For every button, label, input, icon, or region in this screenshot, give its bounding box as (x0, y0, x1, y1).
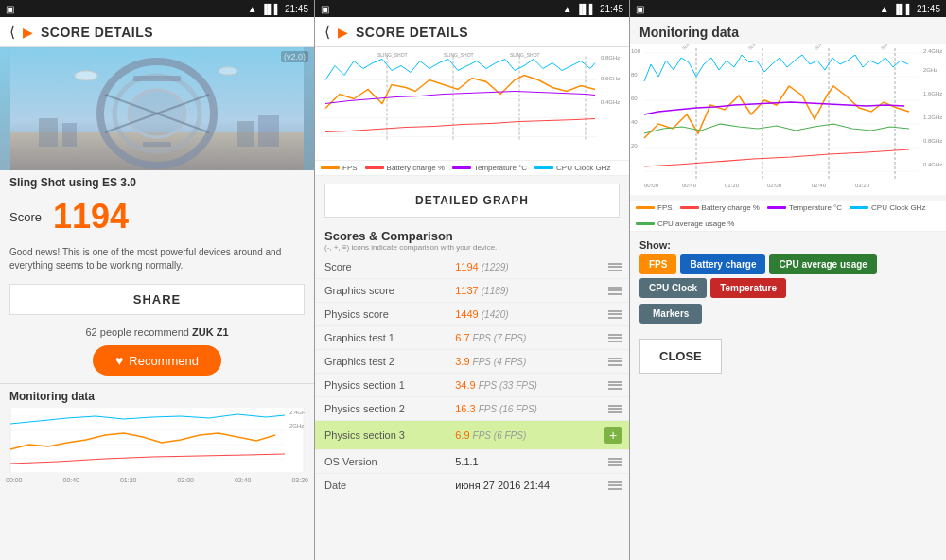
detailed-graph-button[interactable]: DETAILED GRAPH (324, 184, 620, 218)
bar-lines-icon (604, 458, 622, 466)
chart-legend-p3: FPS Battery charge % Temperature °C CPU … (630, 201, 946, 232)
toggle-battery[interactable]: Battery charge (680, 254, 765, 274)
score-value: 1194 (53, 197, 129, 236)
row-value: 16.3 FPS (16 FPS) (446, 397, 595, 421)
row-action (595, 303, 629, 326)
svg-text:1.2GHz: 1.2GHz (923, 114, 942, 120)
status-bar-right-3: ▲ ▐▌▌ 21:45 (880, 4, 940, 14)
row-action (595, 326, 629, 350)
panel-score-details-2: ▣ ▲ ▐▌▌ 21:45 ⟨ ▶ SCORE DETAILS 0.8GHz 0… (315, 0, 630, 560)
svg-text:02:40: 02:40 (812, 183, 827, 188)
score-description: Good news! This is one of the most power… (0, 242, 314, 280)
mini-chart-svg-p1: 2.4GHz 2GHz (9, 407, 305, 473)
toggle-markers[interactable]: Markers (639, 304, 702, 324)
header-2: ⟨ ▶ SCORE DETAILS (315, 17, 629, 47)
bar-lines-icon (604, 381, 622, 390)
svg-text:20: 20 (631, 143, 638, 149)
scores-table: Score1194 (1229)Graphics score1137 (1189… (315, 255, 629, 497)
legend-label-cpu: CPU Clock GHz (556, 164, 610, 172)
row-value: 3.9 FPS (4 FPS) (446, 350, 595, 374)
row-value: июня 27 2016 21:44 (446, 474, 595, 498)
header-1: ⟨ ▶ SCORE DETAILS (0, 17, 314, 47)
wifi-icon-3: ▲ (880, 4, 889, 14)
svg-rect-5 (133, 76, 181, 81)
status-bar-left-3: ▣ (636, 4, 644, 14)
back-icon-1[interactable]: ⟨ (9, 23, 15, 41)
row-value: 1137 (1189) (446, 279, 595, 303)
close-button[interactable]: CLOSE (639, 339, 722, 374)
table-row: Physics section 134.9 FPS (33 FPS) (315, 374, 629, 397)
legend-dot-temp (452, 166, 471, 169)
arrow-icon-1: ▶ (23, 25, 33, 40)
legend3-cpu-clock: CPU Clock GHz (850, 203, 925, 212)
svg-text:0.6GHz: 0.6GHz (601, 76, 620, 81)
status-bar-1: ▣ ▲ ▐▌▌ 21:45 (0, 0, 314, 17)
version-tag: (v2.0) (281, 51, 308, 62)
row-label: OS Version (315, 450, 446, 474)
row-label: Physics section 1 (315, 374, 446, 397)
legend-label-temp: Temperature °C (474, 164, 527, 172)
row-action (595, 374, 629, 397)
page-title-2: SCORE DETAILS (356, 25, 468, 40)
row-value: 34.9 FPS (33 FPS) (446, 374, 595, 397)
scores-comparison-sub: (-, +, ≡) icons indicate comparison with… (315, 243, 629, 255)
legend3-dot-fps (636, 206, 655, 209)
svg-text:0.4GHz: 0.4GHz (923, 162, 942, 167)
chart-legend-p2: FPS Battery charge % Temperature °C CPU … (315, 161, 629, 176)
svg-rect-6 (143, 142, 171, 147)
legend-dot-cpu (534, 166, 553, 169)
time-label-3: 21:45 (917, 4, 940, 14)
large-chart: 100 80 60 40 20 2.4GHz 2GHz 1.6GHz 1.2GH… (630, 44, 946, 195)
toggle-cpu-avg[interactable]: CPU average usage (769, 254, 876, 274)
toggle-cpu-clock[interactable]: CPU Clock (639, 278, 707, 298)
panel3-content: Monitoring data 100 80 60 40 20 2.4GHz 2… (630, 17, 946, 560)
bar-lines-icon (604, 405, 622, 413)
recommend-button[interactable]: ♥ Recommend (93, 345, 221, 376)
benchmark-scene-svg (0, 47, 314, 170)
back-icon-2[interactable]: ⟨ (324, 23, 330, 41)
toggle-temperature[interactable]: Temperature (710, 278, 786, 298)
row-label: Physics section 3 (315, 421, 446, 450)
row-label: Graphics test 1 (315, 326, 446, 350)
share-button[interactable]: SHARE (9, 284, 305, 315)
table-row: Graphics score1137 (1189) (315, 279, 629, 303)
svg-text:1.6GHz: 1.6GHz (923, 91, 942, 96)
svg-text:0.4GHz: 0.4GHz (601, 99, 620, 105)
table-row: OS Version5.1.1 (315, 450, 629, 474)
bar-lines-icon (604, 287, 622, 295)
row-label: Physics score (315, 303, 446, 326)
legend-cpu: CPU Clock GHz (534, 164, 610, 172)
legend3-label-temp: Temperature °C (789, 203, 842, 212)
row-value: 6.7 FPS (7 FPS) (446, 326, 595, 350)
row-label: Score (315, 255, 446, 279)
row-action (595, 474, 629, 498)
table-row: Physics score1449 (1420) (315, 303, 629, 326)
panel-monitoring: ▣ ▲ ▐▌▌ 21:45 Monitoring data 100 80 60 … (630, 0, 946, 560)
legend3-label-cpu-avg: CPU average usage % (657, 219, 734, 228)
status-bar-3: ▣ ▲ ▐▌▌ 21:45 (630, 0, 946, 17)
chart-svg-p2: 0.8GHz 0.6GHz 0.4GHz SLING_SHOT SLING_SH… (321, 51, 623, 156)
svg-text:02:00: 02:00 (767, 183, 782, 188)
svg-text:SLING_SHOT: SLING_SHOT (377, 52, 408, 58)
recommend-button-label: Recommend (129, 354, 199, 368)
score-section: Score 1194 (0, 191, 314, 242)
benchmark-image: (v2.0) (0, 47, 314, 170)
recommend-count: 62 (85, 326, 96, 338)
svg-point-15 (75, 71, 97, 80)
signal-bars-icon: ▐▌▌ (261, 4, 281, 14)
toggle-fps[interactable]: FPS (639, 254, 676, 274)
row-action (595, 350, 629, 374)
status-bar-2: ▣ ▲ ▐▌▌ 21:45 (315, 0, 629, 17)
signal-bars-icon-2: ▐▌▌ (576, 4, 596, 14)
table-row: Physics section 216.3 FPS (16 FPS) (315, 397, 629, 421)
legend3-label-fps: FPS (657, 203, 673, 212)
svg-text:80: 80 (631, 72, 638, 78)
show-label: Show: (630, 236, 946, 254)
row-action (595, 397, 629, 421)
legend-dot-battery (365, 166, 384, 169)
bar-lines-icon (604, 481, 622, 490)
page-title-1: SCORE DETAILS (41, 25, 153, 40)
benchmark-name: Sling Shot using ES 3.0 (0, 170, 314, 191)
panel1-content: (v2.0) Sling Shot using ES 3.0 Score 119… (0, 47, 314, 560)
legend-dot-fps (321, 166, 340, 169)
